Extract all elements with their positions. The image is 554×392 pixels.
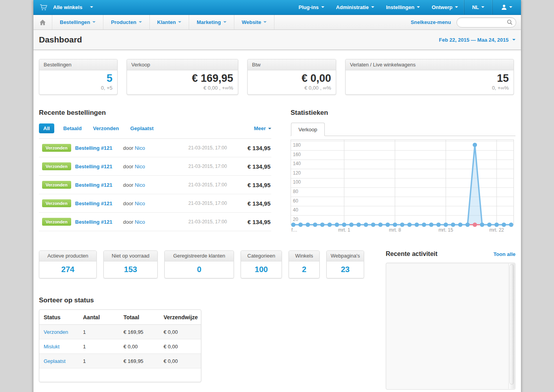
x-tick-label: mrt. 22 xyxy=(489,227,504,233)
order-link[interactable]: Bestelling #121 xyxy=(75,164,112,169)
chart-point[interactable] xyxy=(357,223,361,227)
chart-point[interactable] xyxy=(378,223,383,227)
order-by-label: door xyxy=(123,164,135,169)
search-icon[interactable] xyxy=(507,19,513,27)
sales-chart: 20406080100120140160180f…mrt. 1mrt. 8mrt… xyxy=(291,140,515,235)
count-box-value: 23 xyxy=(327,261,364,278)
order-row[interactable]: VerzondenBestelling #121door Nico21-03-2… xyxy=(39,157,271,176)
order-link[interactable]: Bestelling #121 xyxy=(75,145,112,151)
order-row[interactable]: VerzondenBestelling #121door Nico21-03-2… xyxy=(39,194,271,213)
quick-menu-link[interactable]: Snelkeuze-menu xyxy=(410,19,451,25)
chevron-down-icon xyxy=(512,39,515,40)
kpi-card-value: € 169,95 xyxy=(132,72,233,84)
nav-items: BestellingenProductenKlantenMarketingWeb… xyxy=(52,15,274,29)
store-selector[interactable]: Alle winkels xyxy=(33,0,99,15)
chart-point[interactable] xyxy=(342,223,346,227)
status-link-mislukt[interactable]: Mislukt xyxy=(44,344,59,350)
activity-scrollbar-thumb[interactable] xyxy=(510,264,514,385)
order-row[interactable]: VerzondenBestelling #121door Nico21-03-2… xyxy=(39,139,271,157)
customer-link[interactable]: Nico xyxy=(135,164,145,169)
order-by-label: door xyxy=(123,145,135,151)
statistics-section: Statistieken Verkoop 2040608010012014016… xyxy=(291,109,515,235)
status-shipping: € 0,00 xyxy=(164,329,201,335)
customer-link[interactable]: Nico xyxy=(135,182,145,188)
chart-point[interactable] xyxy=(436,223,441,227)
chart-point[interactable] xyxy=(407,223,412,227)
x-tick-label: mrt. 1 xyxy=(338,227,350,233)
topbar-menu-administratie[interactable]: Administratie xyxy=(330,0,380,15)
chart-point[interactable] xyxy=(386,223,390,227)
nav-item-marketing[interactable]: Marketing xyxy=(189,15,234,29)
y-tick-label: 80 xyxy=(293,189,298,194)
order-by-label: door xyxy=(123,182,135,188)
chart-point[interactable] xyxy=(422,223,426,227)
nav-item-klanten[interactable]: Klanten xyxy=(150,15,190,29)
kpi-card-bestellingen: Bestellingen50, +5 xyxy=(39,59,118,95)
order-tab-betaald[interactable]: Betaald xyxy=(63,125,82,131)
chart-point[interactable] xyxy=(429,223,433,227)
nav-item-label: Bestellingen xyxy=(60,19,90,25)
customer-link[interactable]: Nico xyxy=(135,145,145,151)
order-tab-all[interactable]: All xyxy=(39,123,54,133)
activity-scrollbar[interactable] xyxy=(508,263,515,389)
chart-point[interactable] xyxy=(400,223,405,227)
chart-point[interactable] xyxy=(502,223,506,227)
order-link[interactable]: Bestelling #121 xyxy=(75,182,112,188)
language-selector[interactable]: NL xyxy=(464,0,492,15)
order-tab-verzonden[interactable]: Verzonden xyxy=(93,125,119,131)
order-tab-more[interactable]: Meer xyxy=(254,125,271,131)
chart-point[interactable] xyxy=(291,223,296,227)
topbar-menu-ontwerp[interactable]: Ontwerp xyxy=(426,0,464,15)
order-link[interactable]: Bestelling #121 xyxy=(75,219,112,225)
chart-point[interactable] xyxy=(364,223,368,227)
chart-point[interactable] xyxy=(335,223,339,227)
customer-link[interactable]: Nico xyxy=(135,201,145,206)
tab-verkoop[interactable]: Verkoop xyxy=(291,123,325,136)
kpi-card-label: Btw xyxy=(248,59,336,70)
chart-point[interactable] xyxy=(451,223,455,227)
chevron-down-icon xyxy=(263,21,267,23)
date-range-selector[interactable]: Feb 22, 2015 — Maa 24, 2015 xyxy=(439,37,515,43)
kpi-card-btw: Btw€ 0,00€ 0,00 , ∞% xyxy=(247,59,336,95)
count-box-row: Actieve producten274Niet op voorraad153G… xyxy=(39,250,373,278)
chart-point[interactable] xyxy=(298,223,303,227)
chart-point[interactable] xyxy=(328,223,332,227)
y-tick-label: 60 xyxy=(293,198,298,204)
chart-point[interactable] xyxy=(509,223,514,227)
order-link[interactable]: Bestelling #121 xyxy=(75,201,112,206)
chart-point[interactable] xyxy=(480,223,484,227)
chart-point[interactable] xyxy=(466,223,470,227)
chart-point[interactable] xyxy=(320,223,324,227)
chart-tabs: Verkoop xyxy=(291,123,515,136)
show-all-link[interactable]: Toon alle xyxy=(493,251,515,257)
order-row[interactable]: VerzondenBestelling #121door Nico21-03-2… xyxy=(39,213,271,231)
chart-point[interactable] xyxy=(306,223,310,227)
home-icon xyxy=(39,19,46,26)
chart-point[interactable] xyxy=(495,223,499,227)
chart-point[interactable] xyxy=(458,223,462,227)
chart-point[interactable] xyxy=(487,223,491,227)
chart-point[interactable] xyxy=(444,223,448,227)
status-link-verzonden[interactable]: Verzonden xyxy=(44,329,68,335)
nav-item-bestellingen[interactable]: Bestellingen xyxy=(52,15,103,29)
count-box-label: Webpagina's xyxy=(327,251,364,261)
topbar-menu-instellingen[interactable]: Instellingen xyxy=(380,0,426,15)
chart-point-highlight[interactable] xyxy=(473,223,477,227)
chart-point[interactable] xyxy=(473,143,477,147)
nav-item-producten[interactable]: Producten xyxy=(103,15,149,29)
home-button[interactable] xyxy=(33,15,52,29)
language-label: NL xyxy=(472,4,479,10)
topbar-menu-plug-ins[interactable]: Plug-ins xyxy=(293,0,330,15)
chart-point[interactable] xyxy=(371,223,375,227)
chart-point[interactable] xyxy=(414,223,419,227)
status-link-geplaatst[interactable]: Geplaatst xyxy=(44,358,66,364)
chart-point[interactable] xyxy=(349,223,353,227)
chart-point[interactable] xyxy=(313,223,317,227)
user-menu[interactable] xyxy=(492,0,521,15)
customer-link[interactable]: Nico xyxy=(135,219,145,225)
count-box-winkels: Winkels2 xyxy=(289,250,320,278)
order-row[interactable]: VerzondenBestelling #121door Nico21-03-2… xyxy=(39,176,271,194)
chart-point[interactable] xyxy=(393,223,397,227)
nav-item-website[interactable]: Website xyxy=(234,15,275,29)
order-tab-geplaatst[interactable]: Geplaatst xyxy=(130,125,153,131)
